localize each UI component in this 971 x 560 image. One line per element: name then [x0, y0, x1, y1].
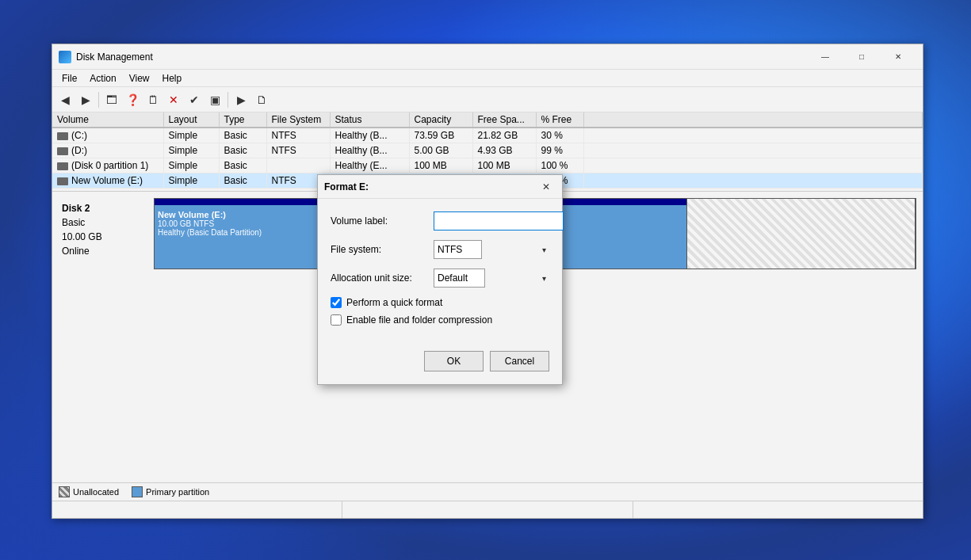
volume-capacity: 5.00 GB [409, 143, 472, 158]
volume-fs: NTFS [266, 128, 330, 143]
format-dialog: Format E: ✕ Volume label: File system: N… [317, 174, 563, 385]
disk-name: Disk 2 [62, 201, 151, 215]
ok-button[interactable]: OK [424, 351, 484, 371]
volume-type: Basic [219, 143, 266, 158]
file-system-label: File system: [331, 244, 434, 255]
volume-type: Basic [219, 158, 266, 173]
toolbar-btn-4[interactable]: ❓ [123, 90, 142, 109]
table-row[interactable]: (C:) Simple Basic NTFS Healthy (B... 73.… [52, 128, 923, 143]
volume-status: Healthy (E... [330, 158, 409, 173]
close-button[interactable]: ✕ [880, 44, 916, 70]
legend-primary: Primary partition [132, 486, 209, 497]
volume-pct: 100 % [536, 158, 583, 173]
titlebar: Disk Management — □ ✕ [52, 44, 923, 70]
toolbar-btn-10[interactable]: 🗋 [252, 90, 271, 109]
toolbar-separator-2 [227, 92, 228, 108]
col-pct: % Free [536, 112, 583, 128]
quick-format-row: Perform a quick format [331, 297, 549, 308]
alloc-unit-select-wrapper: Default 512 1024 2048 4096 [434, 269, 549, 288]
col-fs: File System [266, 112, 330, 128]
menu-action[interactable]: Action [83, 71, 122, 86]
volume-type: Basic [219, 128, 266, 143]
volume-capacity: 73.59 GB [409, 128, 472, 143]
toolbar-separator-1 [98, 92, 99, 108]
statusbar [52, 501, 923, 518]
app-icon [59, 51, 71, 63]
disk-type: Basic [62, 215, 151, 230]
volume-pct: 99 % [536, 143, 583, 158]
status-cell-2 [342, 501, 633, 518]
col-free: Free Spa... [472, 112, 536, 128]
file-system-row: File system: NTFS FAT32 exFAT [331, 240, 549, 259]
volume-free: 100 MB [472, 158, 536, 173]
disk-size: 10.00 GB [62, 230, 151, 244]
volume-fs: NTFS [266, 143, 330, 158]
dialog-close-button[interactable]: ✕ [537, 177, 556, 196]
col-volume: Volume [52, 112, 163, 128]
alloc-unit-row: Allocation unit size: Default 512 1024 2… [331, 269, 549, 288]
disk-label: Disk 2 Basic 10.00 GB Online [59, 198, 154, 269]
toolbar-btn-3[interactable]: 🗔 [102, 90, 121, 109]
toolbar-btn-8[interactable]: ▣ [205, 90, 224, 109]
forward-button[interactable]: ▶ [76, 90, 95, 109]
cancel-button[interactable]: Cancel [490, 351, 549, 371]
quick-format-checkbox[interactable] [331, 297, 342, 308]
window-controls: — □ ✕ [807, 44, 916, 70]
disk-status: Online [62, 244, 151, 258]
col-status: Status [330, 112, 409, 128]
status-cell-3 [633, 501, 923, 518]
legend-primary-label: Primary partition [146, 487, 209, 497]
volume-layout: Simple [163, 173, 219, 189]
col-layout: Layout [163, 112, 219, 128]
toolbar-btn-7[interactable]: ✔ [185, 90, 204, 109]
toolbar: ◀ ▶ 🗔 ❓ 🗒 ✕ ✔ ▣ ▶ 🗋 [52, 87, 923, 112]
file-system-select-wrapper: NTFS FAT32 exFAT [434, 240, 549, 259]
unallocated-partition [687, 199, 916, 269]
volume-status: Healthy (B... [330, 128, 409, 143]
legend: Unallocated Primary partition [52, 482, 923, 501]
menubar: File Action View Help [52, 70, 923, 87]
dialog-footer: OK Cancel [318, 345, 562, 384]
volume-fs [266, 158, 330, 173]
volume-free: 21.82 GB [472, 128, 536, 143]
table-row[interactable]: (D:) Simple Basic NTFS Healthy (B... 5.0… [52, 143, 923, 158]
toolbar-btn-6[interactable]: ✕ [164, 90, 183, 109]
volume-label-label: Volume label: [331, 215, 434, 227]
quick-format-label: Perform a quick format [346, 297, 442, 308]
volume-label-input[interactable] [434, 211, 564, 230]
alloc-unit-select[interactable]: Default 512 1024 2048 4096 [434, 269, 485, 288]
col-extra [583, 112, 923, 128]
compress-row: Enable file and folder compression [331, 314, 549, 326]
volume-pct: 30 % [536, 128, 583, 143]
legend-unallocated: Unallocated [59, 486, 119, 497]
volume-type: Basic [219, 173, 266, 189]
volume-label-row: Volume label: [331, 211, 549, 230]
minimize-button[interactable]: — [807, 44, 843, 70]
file-system-select[interactable]: NTFS FAT32 exFAT [434, 240, 482, 259]
legend-unallocated-box [59, 486, 70, 497]
volume-name: (C:) [52, 128, 163, 143]
table-row[interactable]: (Disk 0 partition 1) Simple Basic Health… [52, 158, 923, 173]
dialog-body: Volume label: File system: NTFS FAT32 ex… [318, 199, 562, 345]
alloc-unit-label: Allocation unit size: [331, 272, 434, 284]
dialog-titlebar: Format E: ✕ [318, 175, 562, 199]
volume-layout: Simple [163, 143, 219, 158]
toolbar-btn-9[interactable]: ▶ [231, 90, 250, 109]
maximize-button[interactable]: □ [843, 44, 880, 70]
menu-file[interactable]: File [55, 71, 83, 86]
compress-checkbox[interactable] [331, 314, 342, 326]
volume-name: (D:) [52, 143, 163, 158]
dialog-title: Format E: [324, 181, 537, 192]
toolbar-btn-5[interactable]: 🗒 [143, 90, 162, 109]
menu-view[interactable]: View [123, 71, 156, 86]
menu-help[interactable]: Help [156, 71, 189, 86]
volume-name: (Disk 0 partition 1) [52, 158, 163, 173]
status-cell-1 [52, 501, 342, 518]
back-button[interactable]: ◀ [55, 90, 75, 109]
volume-free: 4.93 GB [472, 143, 536, 158]
legend-unallocated-label: Unallocated [73, 487, 119, 497]
col-type: Type [219, 112, 266, 128]
window-title: Disk Management [76, 51, 807, 63]
volume-layout: Simple [163, 128, 219, 143]
compress-label: Enable file and folder compression [346, 314, 492, 326]
